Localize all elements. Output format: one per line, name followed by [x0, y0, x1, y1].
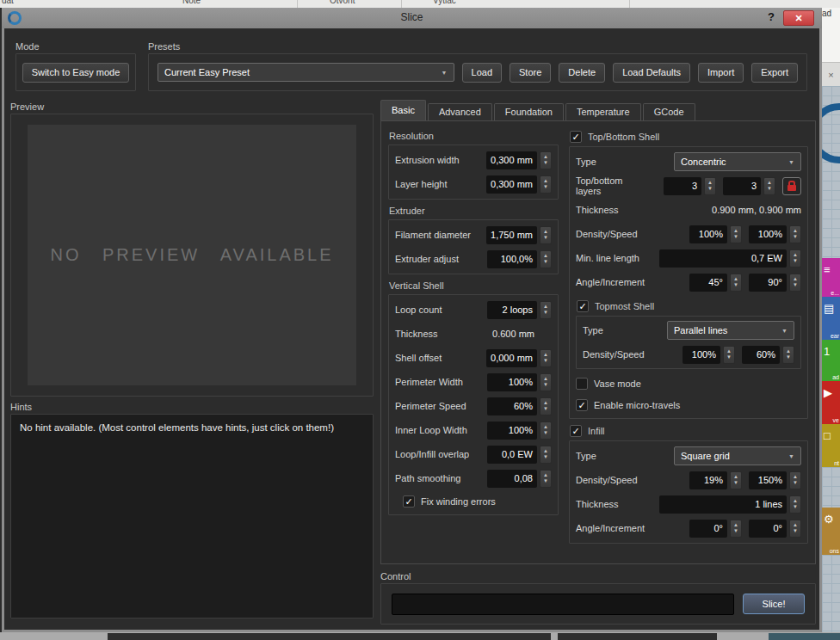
spinner-arrows-icon[interactable]: [540, 226, 552, 244]
spinner-arrows-icon[interactable]: [730, 520, 742, 538]
infill-density-spinbox[interactable]: 19%: [689, 471, 742, 489]
infill-angle-increment-row: Angle/Increment 0° 0°: [570, 516, 807, 540]
vase-mode-row: Vase mode: [570, 372, 807, 394]
hints-box: No hint available. (Most control element…: [10, 414, 374, 618]
extruder-group: Filament diameter 1,750 mm Extruder adju…: [388, 219, 559, 274]
tab-basic[interactable]: Basic: [380, 100, 426, 120]
extruder-adjust-spinbox[interactable]: 100,0%: [487, 250, 552, 268]
tbs-type-row: Type Concentric: [570, 150, 807, 174]
topmost-shell-checkbox[interactable]: ✓: [577, 300, 589, 312]
toolbar-icon-save[interactable]: ▶ ve: [822, 381, 840, 424]
topmost-type-select[interactable]: Parallel lines: [667, 321, 794, 340]
spinner-arrows-icon[interactable]: [782, 346, 794, 364]
spinner-arrows-icon[interactable]: [789, 274, 801, 292]
spinner-arrows-icon[interactable]: [540, 301, 552, 319]
spinner-arrows-icon[interactable]: [540, 373, 552, 391]
menu-separator: [629, 0, 630, 8]
inner-loop-width-row: Inner Loop Width 100%: [389, 418, 558, 442]
hint-text: No hint available. (Most control element…: [11, 415, 373, 440]
switch-easy-mode-button[interactable]: Switch to Easy mode: [22, 63, 130, 83]
tab-gcode[interactable]: GCode: [643, 103, 695, 120]
spinner-arrows-icon[interactable]: [789, 249, 801, 268]
spinner-arrows-icon[interactable]: [540, 397, 552, 415]
export-button[interactable]: Export: [751, 63, 798, 83]
vase-mode-checkbox[interactable]: [576, 378, 588, 390]
spinner-arrows-icon[interactable]: [540, 446, 552, 464]
help-button[interactable]: ?: [768, 10, 775, 23]
tbs-speed-spinbox[interactable]: 100%: [749, 225, 801, 243]
background-panel-fragment: ad: [822, 8, 840, 63]
load-button[interactable]: Load: [462, 63, 502, 83]
filament-diameter-spinbox[interactable]: 1,750 mm: [486, 226, 552, 244]
slice-button[interactable]: Slice!: [743, 594, 805, 614]
spinner-arrows-icon[interactable]: [540, 349, 552, 367]
spinner-arrows-icon[interactable]: [789, 471, 801, 489]
spinner-arrows-icon[interactable]: [540, 250, 552, 268]
inner-loop-width-spinbox[interactable]: 100%: [487, 422, 552, 440]
import-button[interactable]: Import: [698, 63, 744, 83]
top-bottom-shell-checkbox[interactable]: ✓: [570, 131, 582, 143]
tbs-type-select[interactable]: Concentric: [674, 152, 801, 171]
bottom-layers-spinbox[interactable]: 3: [723, 177, 775, 195]
micro-travels-checkbox[interactable]: ✓: [576, 399, 588, 411]
spinner-arrows-icon[interactable]: [730, 225, 742, 243]
tab-temperature[interactable]: Temperature: [565, 103, 641, 120]
no-preview-text: NO PREVIEW AVAILABLE: [50, 245, 333, 265]
infill-increment-spinbox[interactable]: 0°: [749, 520, 801, 538]
tbs-density-spinbox[interactable]: 100%: [689, 225, 742, 243]
perimeter-speed-row: Perimeter Speed 60%: [389, 394, 558, 418]
fix-winding-errors-checkbox[interactable]: ✓: [403, 495, 415, 508]
spinner-arrows-icon[interactable]: [789, 520, 801, 538]
load-defaults-button[interactable]: Load Defaults: [613, 63, 690, 83]
preset-select[interactable]: Current Easy Preset: [158, 63, 454, 82]
panel-close-icon[interactable]: ×: [822, 62, 840, 87]
slice-dialog: Slice ? ✕ Mode Switch to Easy mode Prese…: [2, 8, 822, 632]
min-line-length-spinbox[interactable]: 0,7 EW: [659, 249, 801, 268]
spinner-arrows-icon[interactable]: [540, 422, 552, 440]
perimeter-width-spinbox[interactable]: 100%: [487, 373, 552, 391]
spinner-arrows-icon[interactable]: [704, 177, 716, 195]
toolbar-icon-load[interactable]: 1 ad: [822, 340, 840, 381]
infill-checkbox[interactable]: ✓: [570, 425, 582, 437]
close-button[interactable]: ✕: [783, 10, 814, 26]
tab-advanced[interactable]: Advanced: [428, 103, 492, 120]
spinner-arrows-icon[interactable]: [540, 470, 552, 488]
path-smoothing-spinbox[interactable]: 0,08: [487, 470, 552, 488]
toolbar-icon-print[interactable]: □ nt: [822, 424, 840, 467]
infill-speed-spinbox[interactable]: 150%: [749, 471, 801, 489]
spinner-arrows-icon[interactable]: [730, 471, 742, 489]
infill-type-select[interactable]: Square grid: [674, 446, 801, 465]
infill-angle-spinbox[interactable]: 0°: [689, 520, 742, 538]
control-group: Slice!: [380, 583, 816, 625]
toolbar-icon-options[interactable]: ⚙ ons: [822, 508, 840, 555]
top-layers-spinbox[interactable]: 3: [664, 177, 716, 195]
tab-foundation[interactable]: Foundation: [494, 103, 564, 120]
spinner-arrows-icon[interactable]: [789, 225, 801, 243]
loop-count-spinbox[interactable]: 2 loops: [487, 301, 552, 319]
topmost-speed-spinbox[interactable]: 60%: [742, 346, 794, 364]
spinner-arrows-icon[interactable]: [540, 175, 552, 194]
tbs-angle-spinbox[interactable]: 45°: [689, 274, 742, 292]
shell-offset-spinbox[interactable]: 0,000 mm: [486, 349, 552, 367]
layer-height-spinbox[interactable]: 0,300 mm: [486, 175, 552, 194]
extrusion-width-spinbox[interactable]: 0,300 mm: [486, 151, 552, 169]
perimeter-speed-spinbox[interactable]: 60%: [487, 397, 552, 415]
topmost-density-spinbox[interactable]: 100%: [682, 346, 735, 364]
infill-thickness-spinbox[interactable]: 1 lines: [659, 495, 801, 514]
store-button[interactable]: Store: [510, 63, 551, 83]
tbs-increment-spinbox[interactable]: 90°: [749, 274, 801, 292]
delete-button[interactable]: Delete: [559, 63, 605, 83]
toolbar-icon-layers[interactable]: ≡ e...: [822, 258, 840, 297]
spinner-arrows-icon[interactable]: [723, 346, 735, 364]
spinner-arrows-icon[interactable]: [789, 495, 801, 514]
toolbar-icon-clear[interactable]: ▤ ear: [822, 297, 840, 340]
spinner-arrows-icon[interactable]: [730, 274, 742, 292]
spinner-arrows-icon[interactable]: [540, 151, 552, 169]
infill-group: Type Square grid Density/Speed 19%: [569, 440, 808, 544]
extruder-adjust-row: Extruder adjust 100,0%: [389, 247, 558, 271]
lock-layers-button[interactable]: [782, 177, 801, 195]
loop-infill-overlap-spinbox[interactable]: 0,0 EW: [487, 446, 552, 464]
titlebar[interactable]: Slice ? ✕: [2, 8, 822, 28]
preview-group-label: Preview: [10, 102, 44, 112]
spinner-arrows-icon[interactable]: [763, 177, 775, 195]
